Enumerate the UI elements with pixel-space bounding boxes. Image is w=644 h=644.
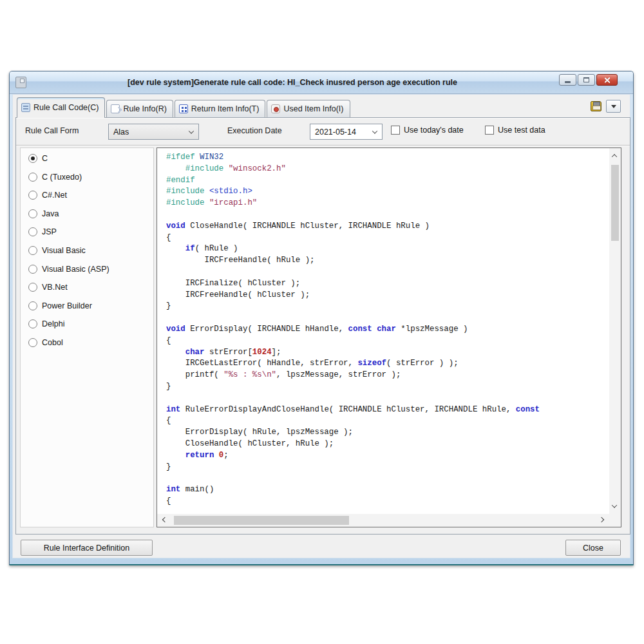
maximize-button[interactable] bbox=[578, 74, 595, 86]
language-option-label: C (Tuxedo) bbox=[42, 173, 82, 182]
tab-label: Return Item Info(T) bbox=[191, 104, 260, 113]
language-option-label: C#.Net bbox=[42, 191, 67, 200]
code-line: #ifdef WIN32 bbox=[166, 152, 609, 164]
horizontal-scrollbar-thumb[interactable] bbox=[174, 516, 349, 525]
code-line: void CloseHandle( IRCHANDLE hCluster, IR… bbox=[166, 221, 609, 232]
window-controls bbox=[559, 74, 618, 86]
grid-icon bbox=[179, 104, 188, 113]
minimize-icon bbox=[565, 81, 571, 83]
scroll-down-icon[interactable] bbox=[612, 502, 617, 507]
code-line bbox=[166, 393, 609, 404]
language-list: CC (Tuxedo)C#.NetJavaJSPVisual BasicVisu… bbox=[20, 147, 154, 527]
tab-bar: Rule Call Code(C)Rule Info(R)Return Item… bbox=[17, 97, 352, 117]
close-button[interactable]: Close bbox=[565, 540, 621, 556]
maximize-icon bbox=[583, 77, 589, 82]
language-option-delphi[interactable]: Delphi bbox=[28, 317, 153, 330]
language-option-label: Visual Basic bbox=[42, 246, 86, 255]
vertical-scrollbar-thumb[interactable] bbox=[611, 165, 619, 241]
code-line: } bbox=[166, 381, 609, 393]
tab-label: Rule Call Code(C) bbox=[33, 103, 99, 112]
language-option-java[interactable]: Java bbox=[28, 207, 153, 220]
client-area: Rule Call Code(C)Rule Info(R)Return Item… bbox=[12, 94, 630, 558]
doc-icon bbox=[111, 104, 120, 113]
tab-label: Used Item Info(I) bbox=[283, 104, 343, 113]
tab-rule-info-r[interactable]: Rule Info(R) bbox=[106, 100, 173, 117]
execution-date-select[interactable]: 2021-05-14 bbox=[310, 124, 383, 140]
window-title: [dev rule system]Generate rule call code… bbox=[35, 71, 549, 94]
language-option-cobol[interactable]: Cobol bbox=[28, 336, 153, 349]
tab-actions bbox=[591, 100, 621, 113]
code-line: CloseHandle( hCluster, hRule ); bbox=[166, 439, 609, 450]
code-line: printf( "%s : %s\n", lpszMessage, strErr… bbox=[166, 370, 609, 381]
language-option-c-tuxedo[interactable]: C (Tuxedo) bbox=[28, 171, 153, 184]
scroll-left-icon[interactable] bbox=[162, 517, 167, 522]
checkbox-icon bbox=[485, 126, 494, 135]
rule-call-form-value: Alas bbox=[113, 128, 129, 137]
radio-icon bbox=[28, 283, 37, 292]
tab-rule-call-code-c[interactable]: Rule Call Code(C) bbox=[17, 97, 105, 117]
language-option-label: Delphi bbox=[42, 319, 64, 328]
radio-icon bbox=[28, 154, 37, 163]
scroll-right-icon[interactable] bbox=[599, 517, 604, 522]
code-line bbox=[166, 267, 609, 278]
close-window-button[interactable] bbox=[596, 74, 618, 86]
radio-icon bbox=[28, 319, 37, 328]
titlebar[interactable]: [dev rule system]Generate rule call code… bbox=[10, 71, 633, 94]
use-todays-date-checkbox[interactable]: Use today's date bbox=[391, 126, 464, 135]
language-option-visual-basic[interactable]: Visual Basic bbox=[28, 244, 153, 257]
save-options-dropdown-button[interactable] bbox=[606, 100, 621, 113]
language-option-c[interactable]: C bbox=[28, 152, 153, 165]
language-option-vb-net[interactable]: VB.Net bbox=[28, 281, 153, 294]
code-line: IRCFreeHandle( hRule ); bbox=[166, 255, 609, 267]
language-option-c-net[interactable]: C#.Net bbox=[28, 189, 153, 202]
tab-page-rule-call-code: Rule Call Form Alas Execution Date 2021-… bbox=[15, 117, 630, 535]
rule-call-form-select[interactable]: Alas bbox=[108, 124, 199, 140]
language-option-label: VB.Net bbox=[42, 283, 68, 292]
language-option-label: Cobol bbox=[42, 338, 63, 347]
code-line: int main() bbox=[166, 484, 609, 496]
code-panel: #ifdef WIN32 #include "winsock2.h"#endif… bbox=[156, 147, 621, 527]
radio-icon bbox=[28, 301, 37, 310]
horizontal-scrollbar[interactable] bbox=[157, 514, 609, 527]
code-line: #include <stdio.h> bbox=[166, 186, 609, 198]
scroll-up-icon[interactable] bbox=[612, 154, 617, 159]
dropdown-arrow-icon bbox=[611, 105, 616, 108]
code-line: #include "winsock2.h" bbox=[166, 164, 609, 175]
vertical-scrollbar[interactable] bbox=[609, 148, 621, 514]
code-line: { bbox=[166, 232, 609, 244]
code-line: return 0; bbox=[166, 450, 609, 462]
use-test-data-checkbox[interactable]: Use test data bbox=[485, 126, 545, 135]
code-line: } bbox=[166, 301, 609, 312]
language-option-power-builder[interactable]: Power Builder bbox=[28, 299, 153, 312]
radio-icon bbox=[28, 338, 37, 347]
code-line: } bbox=[166, 462, 609, 473]
tab-return-item-info-t[interactable]: Return Item Info(T) bbox=[175, 100, 266, 117]
radio-icon bbox=[28, 227, 37, 236]
chevron-down-icon bbox=[372, 128, 377, 133]
code-line bbox=[166, 209, 609, 221]
language-option-jsp[interactable]: JSP bbox=[28, 225, 153, 238]
language-option-label: C bbox=[42, 154, 48, 163]
code-line: int RuleErrorDisplayAndCloseHandle( IRCH… bbox=[166, 404, 609, 416]
use-todays-date-label: Use today's date bbox=[404, 126, 464, 135]
language-option-visual-basic-asp[interactable]: Visual Basic (ASP) bbox=[28, 263, 153, 276]
chevron-down-icon bbox=[189, 128, 194, 133]
rule-call-form-label: Rule Call Form bbox=[25, 126, 79, 135]
save-button[interactable] bbox=[591, 101, 601, 111]
minimize-button[interactable] bbox=[559, 74, 576, 86]
code-line: ErrorDisplay( hRule, lpszMessage ); bbox=[166, 427, 609, 439]
code-line: void ErrorDisplay( IRCHANDLE hHandle, co… bbox=[166, 324, 609, 336]
code-line: #endif bbox=[166, 175, 609, 187]
code-line: IRCFinalize( hCluster ); bbox=[166, 278, 609, 290]
use-test-data-label: Use test data bbox=[498, 126, 545, 135]
code-line: if( hRule ) bbox=[166, 243, 609, 255]
code-line: { bbox=[166, 336, 609, 347]
scrollbar-corner bbox=[609, 514, 621, 527]
execution-date-value: 2021-05-14 bbox=[315, 128, 356, 137]
tab-used-item-info-i[interactable]: Used Item Info(I) bbox=[267, 100, 350, 117]
code-editor[interactable]: #ifdef WIN32 #include "winsock2.h"#endif… bbox=[157, 148, 609, 514]
rule-interface-definition-button[interactable]: Rule Interface Definition bbox=[21, 540, 153, 556]
language-option-label: Power Builder bbox=[42, 301, 92, 310]
code-line: IRCGetLastError( hHandle, strError, size… bbox=[166, 358, 609, 370]
radio-icon bbox=[28, 246, 37, 255]
